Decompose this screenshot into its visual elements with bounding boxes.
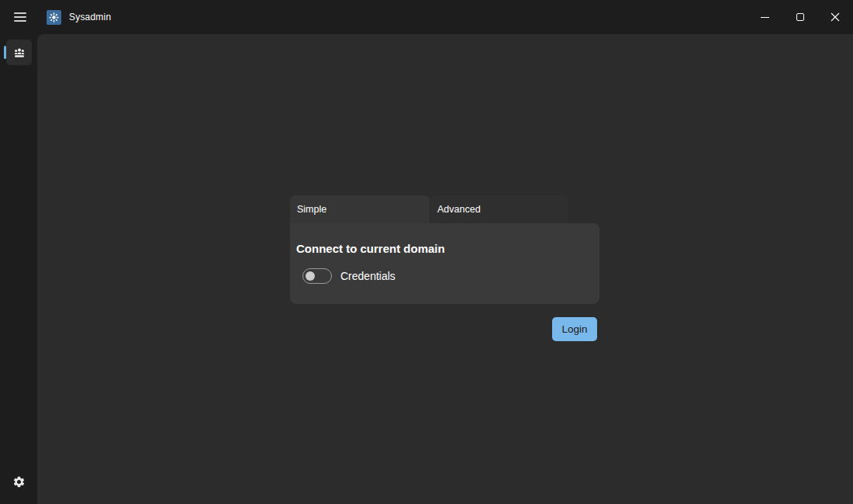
gear-icon	[12, 475, 26, 488]
people-team-icon	[12, 46, 26, 60]
titlebar: Sysadmin	[0, 0, 853, 34]
sidebar-item-settings[interactable]	[6, 469, 32, 495]
connect-panel: Connect to current domain Credentials	[290, 223, 599, 304]
caption-controls	[748, 0, 852, 34]
sysadmin-app-window: { "titlebar": { "app_name": "Sysadmin", …	[0, 0, 853, 504]
login-button[interactable]: Login	[552, 317, 597, 341]
hamburger-menu-icon[interactable]	[5, 4, 36, 30]
sidebar	[0, 34, 37, 504]
tab-simple[interactable]: Simple	[290, 195, 430, 223]
maximize-icon[interactable]	[782, 0, 817, 34]
tab-advanced-label: Advanced	[437, 204, 481, 215]
minimize-icon[interactable]	[748, 0, 782, 34]
credentials-toggle[interactable]	[302, 268, 332, 284]
app-logo-icon	[47, 10, 61, 25]
tab-simple-label: Simple	[297, 204, 326, 215]
sidebar-item-users[interactable]	[6, 40, 32, 65]
main-content: Simple Advanced Connect to current domai…	[37, 34, 853, 504]
credentials-toggle-label: Credentials	[340, 270, 395, 282]
toggle-knob	[306, 271, 315, 281]
credentials-toggle-row: Credentials	[302, 268, 395, 284]
tab-advanced[interactable]: Advanced	[430, 195, 568, 223]
app-title: Sysadmin	[69, 12, 111, 22]
close-icon[interactable]	[817, 0, 852, 34]
app-identity: Sysadmin	[47, 10, 111, 25]
panel-heading: Connect to current domain	[296, 242, 445, 255]
